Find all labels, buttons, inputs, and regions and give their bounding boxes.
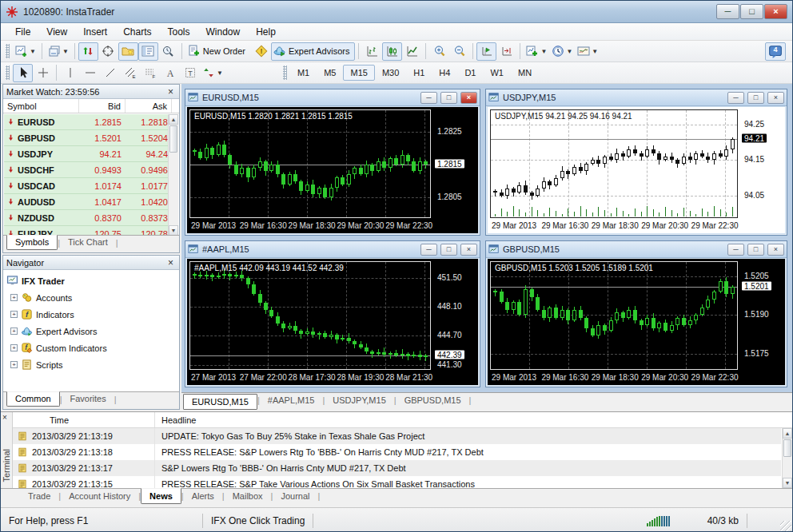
period-d1-button[interactable]: D1 <box>457 65 483 81</box>
status-trading-mode[interactable]: IFX One Click Trading <box>203 515 313 526</box>
restore-button[interactable]: □ <box>440 244 457 256</box>
chart-tab-eurusd-m15[interactable]: EURUSD,M15 <box>183 394 257 410</box>
menu-item-insert[interactable]: Insert <box>75 25 115 39</box>
chart-plot[interactable]: USDJPY,M15 94.21 94.25 94.16 94.21 <box>490 109 738 218</box>
expand-icon[interactable]: + <box>10 294 18 301</box>
scroll-up-icon[interactable]: ▲ <box>783 428 792 439</box>
column-ask[interactable]: Ask <box>126 99 172 113</box>
tab-tick-chart[interactable]: Tick Chart <box>60 236 116 249</box>
zoom-out-button[interactable] <box>449 42 469 61</box>
restore-button[interactable]: □ <box>747 244 764 256</box>
indicators-list-button[interactable]: ▼ <box>524 42 549 61</box>
templates-button[interactable]: ▼ <box>575 42 600 61</box>
period-w1-button[interactable]: W1 <box>483 65 511 81</box>
time-axis[interactable]: 29 Mar 201329 Mar 16:3029 Mar 18:3029 Ma… <box>490 220 738 232</box>
tree-item-expert-advisors[interactable]: +Expert Advisors <box>6 323 179 339</box>
crosshair-tool-button[interactable] <box>33 64 53 82</box>
chart-window-titlebar[interactable]: GBPUSD,M15─□× <box>486 241 787 258</box>
chart-tab-usdjpy-m15[interactable]: USDJPY,M15 <box>325 393 393 407</box>
restore-button[interactable]: □ <box>747 92 764 104</box>
line-chart-mode-button[interactable] <box>402 42 422 61</box>
scroll-thumb[interactable] <box>783 439 791 457</box>
time-axis[interactable]: 29 Mar 201329 Mar 16:3029 Mar 18:3029 Ma… <box>490 372 738 383</box>
tree-item-accounts[interactable]: +Accounts <box>6 289 179 306</box>
arrows-tool-button[interactable]: ▼ <box>200 64 225 82</box>
chart-tab--aapl-m15[interactable]: #AAPL,M15 <box>260 393 323 407</box>
tab-trade[interactable]: Trade <box>20 489 58 503</box>
minimize-button[interactable]: ─ <box>727 244 744 256</box>
maximize-button[interactable]: □ <box>740 4 763 19</box>
menu-item-tools[interactable]: Tools <box>160 25 198 39</box>
tab-news[interactable]: News <box>141 488 181 504</box>
tab-common[interactable]: Common <box>6 391 60 407</box>
column-bid[interactable]: Bid <box>79 99 126 113</box>
close-button[interactable]: × <box>767 244 784 256</box>
chart-body[interactable]: EURUSD,M15 1.2820 1.2821 1.2815 1.28151.… <box>187 107 478 233</box>
column-headline[interactable]: Headline <box>155 412 792 427</box>
tab-account-history[interactable]: Account History <box>61 489 138 503</box>
tab-journal[interactable]: Journal <box>273 489 317 503</box>
bar-chart-mode-button[interactable] <box>362 42 382 61</box>
market-watch-toggle-button[interactable] <box>78 42 98 61</box>
tab-mailbox[interactable]: Mailbox <box>225 489 271 503</box>
market-watch-scrollbar[interactable]: ▲ ▼ <box>168 114 178 236</box>
periods-list-button[interactable]: ▼ <box>549 42 575 61</box>
menu-item-window[interactable]: Window <box>198 25 249 39</box>
trendline-tool-button[interactable] <box>100 64 120 82</box>
close-icon[interactable]: × <box>165 258 176 268</box>
toolbar-grip[interactable] <box>6 44 10 58</box>
chart-window-titlebar[interactable]: #AAPL,M15─□× <box>185 241 480 258</box>
tree-item-scripts[interactable]: +Scripts <box>6 356 179 373</box>
market-watch-row[interactable]: USDJPY94.2194.24 <box>4 146 168 162</box>
close-button[interactable]: × <box>460 244 477 256</box>
chevron-down-icon[interactable]: ▼ <box>62 48 69 55</box>
tree-item-custom-indicators[interactable]: +fCustom Indicators <box>6 339 179 356</box>
close-button[interactable]: × <box>767 92 784 104</box>
menu-item-view[interactable]: View <box>38 25 75 39</box>
minimize-button[interactable]: ─ <box>420 92 437 104</box>
chart-shift-button[interactable] <box>496 42 516 61</box>
chevron-down-icon[interactable]: ▼ <box>540 48 547 55</box>
price-axis[interactable]: 1.52051.51901.51751.5201 <box>739 261 785 370</box>
expand-icon[interactable]: + <box>10 344 18 351</box>
minimize-button[interactable]: ─ <box>716 4 739 19</box>
new-chart-button[interactable]: ▼ <box>13 42 38 61</box>
minimize-button[interactable]: ─ <box>727 92 744 104</box>
menu-item-charts[interactable]: Charts <box>115 25 159 39</box>
chart-plot[interactable]: #AAPL,M15 442.09 443.19 441.52 442.39 <box>189 261 431 370</box>
news-row[interactable]: 2013/03/29 21:13:15PRESS RELEASE: S&P Ta… <box>13 476 781 488</box>
news-row[interactable]: 2013/03/29 21:13:18PRESS RELEASE: S&P Lo… <box>13 444 781 460</box>
important-button[interactable]: ! <box>251 42 271 61</box>
time-axis[interactable]: 29 Mar 201329 Mar 16:3029 Mar 18:3029 Ma… <box>189 220 431 232</box>
horizontal-line-tool-button[interactable] <box>80 64 100 82</box>
chevron-down-icon[interactable]: ▼ <box>592 48 598 55</box>
expand-icon[interactable]: + <box>10 328 18 335</box>
news-scrollbar[interactable]: ▲ ▼ <box>782 428 792 488</box>
minimize-button[interactable]: ─ <box>420 244 437 256</box>
candlestick-mode-button[interactable] <box>382 42 402 61</box>
chevron-down-icon[interactable]: ▼ <box>566 48 572 55</box>
chart-plot[interactable]: EURUSD,M15 1.2820 1.2821 1.2815 1.2815 <box>189 109 431 218</box>
chart-tab-gbpusd-m15[interactable]: GBPUSD,M15 <box>396 393 469 407</box>
period-m5-button[interactable]: M5 <box>317 65 343 81</box>
notifications-button[interactable]: 4 <box>765 42 786 61</box>
auto-scroll-button[interactable] <box>476 42 496 61</box>
tab-symbols[interactable]: Symbols <box>6 235 58 250</box>
scroll-thumb[interactable] <box>169 125 177 153</box>
new-order-button[interactable]: New Order <box>185 42 251 61</box>
chart-plot[interactable]: GBPUSD,M15 1.5203 1.5205 1.5189 1.5201 <box>490 261 738 370</box>
menu-item-help[interactable]: Help <box>248 25 284 39</box>
column-time[interactable]: Time <box>13 412 155 427</box>
tab-alerts[interactable]: Alerts <box>184 489 222 503</box>
text-tool-button[interactable]: A <box>160 64 180 82</box>
chevron-down-icon[interactable]: ▼ <box>217 69 223 77</box>
vertical-line-tool-button[interactable] <box>60 64 80 82</box>
scroll-down-icon[interactable]: ▼ <box>783 478 792 488</box>
equidistant-channel-tool-button[interactable]: E <box>120 64 140 82</box>
close-button[interactable]: × <box>764 4 787 19</box>
close-icon[interactable]: × <box>165 87 176 97</box>
column-symbol[interactable]: Symbol <box>3 99 79 113</box>
period-mn-button[interactable]: MN <box>511 65 539 81</box>
market-watch-row[interactable]: USDCAD1.01741.0177 <box>4 178 168 194</box>
chart-window-titlebar[interactable]: USDJPY,M15─□× <box>486 89 787 106</box>
